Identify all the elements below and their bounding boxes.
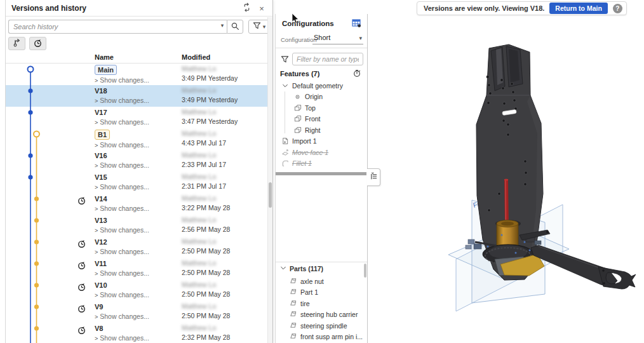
chevron-right-icon: > — [95, 227, 98, 234]
part-icon — [290, 321, 297, 330]
part-item[interactable]: front susp arm pin i... — [276, 332, 367, 343]
chevron-down-icon — [280, 265, 286, 272]
show-changes-link[interactable]: >Show changes... — [95, 313, 178, 320]
feature-tree: Default geometry Origin Top Front Right … — [276, 80, 367, 169]
chevron-right-icon: > — [95, 335, 98, 342]
modified-time: 2:50 PM May 28 — [182, 312, 267, 319]
feature-item-import-1[interactable]: Import 1 — [276, 136, 367, 147]
version-name: V18 — [95, 86, 178, 95]
show-changes-link[interactable]: >Show changes... — [95, 141, 178, 149]
origin-icon — [293, 93, 302, 101]
filter-button[interactable]: ▾ — [248, 20, 270, 34]
feature-item-top-plane[interactable]: Top — [276, 102, 367, 114]
history-view-toggles — [8, 37, 46, 50]
feature-item-default-geometry[interactable]: Default geometry — [276, 80, 367, 91]
import-icon — [281, 137, 289, 145]
steering-arm[interactable] — [531, 245, 636, 289]
divider — [276, 48, 367, 48]
search-input[interactable] — [8, 20, 227, 34]
branch-graph-toggle-button[interactable] — [8, 37, 25, 50]
search-button[interactable] — [227, 20, 243, 34]
version-row-v9[interactable]: V9 >Show changes... Matthew Lo 2:50 PM M… — [6, 301, 267, 323]
author-name: Matthew Lo — [182, 194, 267, 203]
chevron-right-icon: > — [95, 292, 98, 299]
author-name: Matthew Lo — [182, 302, 267, 311]
show-changes-link[interactable]: >Show changes... — [95, 76, 178, 84]
compare-versions-button[interactable] — [241, 3, 252, 14]
show-changes-link[interactable]: >Show changes... — [95, 248, 178, 255]
version-row-v8[interactable]: V8 >Show changes... Matthew Lo 2:32 PM M… — [6, 323, 267, 343]
feature-item-front-plane[interactable]: Front — [276, 114, 367, 125]
author-name: Matthew Lo — [182, 281, 267, 289]
version-row-v18[interactable]: V18 >Show changes... Matthew Lo 3:49 PM … — [6, 85, 267, 107]
scrollbar-thumb[interactable] — [269, 182, 272, 208]
divider — [276, 262, 367, 262]
configurations-header: Configurations — [282, 20, 334, 27]
modified-time: 2:33 PM Jul 17 — [182, 161, 267, 168]
version-row-v16[interactable]: V16 >Show changes... Matthew Lo 2:33 PM … — [6, 150, 267, 172]
version-row-v10[interactable]: V10 >Show changes... Matthew Lo 2:50 PM … — [6, 279, 267, 301]
part-item[interactable]: steering spindle — [276, 320, 367, 332]
version-name: V16 — [95, 151, 178, 160]
plane-icon — [293, 126, 302, 134]
part-item[interactable]: Part 1 — [276, 287, 367, 299]
show-changes-link[interactable]: >Show changes... — [95, 161, 178, 169]
show-changes-link[interactable]: >Show changes... — [95, 205, 178, 212]
configuration-table-button[interactable] — [351, 18, 362, 29]
chevron-down-icon: ▾ — [359, 36, 362, 41]
feature-item-right-plane[interactable]: Right — [276, 124, 367, 136]
plane-icon — [293, 115, 302, 123]
feature-item-origin[interactable]: Origin — [276, 91, 367, 103]
feature-filter-input[interactable] — [292, 53, 363, 65]
version-clock-icon — [77, 304, 86, 313]
chevron-right-icon: > — [95, 77, 98, 84]
show-changes-link[interactable]: >Show changes... — [95, 97, 178, 104]
author-name: Matthew Lo — [182, 86, 267, 95]
version-row-v14[interactable]: V14 >Show changes... Matthew Lo 3:22 PM … — [6, 193, 267, 215]
branch-icon — [13, 38, 22, 49]
branch-chip-main: Main — [95, 65, 117, 75]
chevron-right-icon: > — [95, 142, 98, 149]
model-viewport[interactable]: Right Front — [368, 0, 644, 343]
show-changes-link[interactable]: >Show changes... — [95, 269, 178, 277]
show-changes-link[interactable]: >Show changes... — [95, 118, 178, 126]
version-row-v13[interactable]: V13 >Show changes... Matthew Lo 2:56 PM … — [6, 215, 267, 236]
configuration-select[interactable]: Short ▾ — [312, 32, 363, 44]
chevron-down-icon[interactable]: ▾ — [221, 22, 224, 29]
versions-only-toggle-button[interactable] — [29, 37, 46, 50]
history-scrollbar[interactable] — [267, 17, 272, 343]
show-changes-link[interactable]: >Show changes... — [95, 291, 178, 299]
chevron-right-icon: > — [95, 184, 98, 191]
version-clock-icon — [77, 196, 86, 205]
version-row-main[interactable]: Main >Show changes... Matthew Lo 3:49 PM… — [6, 64, 267, 85]
version-name: V11 — [95, 259, 178, 268]
author-name: Matthew Lo — [182, 108, 267, 116]
author-name: Matthew Lo — [182, 65, 267, 73]
part-icon — [290, 299, 297, 308]
part-icon — [290, 310, 297, 319]
show-changes-link[interactable]: >Show changes... — [95, 226, 178, 234]
part-item[interactable]: axle nut — [276, 276, 367, 287]
version-row-v15[interactable]: V15 >Show changes... Matthew Lo 2:31 PM … — [6, 172, 267, 193]
chevron-right-icon: > — [95, 206, 98, 212]
feature-item-move-face-1[interactable]: Move face 1 — [276, 147, 367, 158]
close-panel-button[interactable]: × — [256, 3, 267, 14]
version-name: V12 — [95, 238, 178, 246]
version-row-v12[interactable]: V12 >Show changes... Matthew Lo 2:50 PM … — [6, 236, 267, 258]
rollback-bar[interactable] — [276, 172, 366, 175]
version-row-v17[interactable]: V17 >Show changes... Matthew Lo 3:47 PM … — [6, 107, 267, 128]
version-row-v11[interactable]: V11 >Show changes... Matthew Lo 2:50 PM … — [6, 258, 267, 279]
modified-time: 2:50 PM May 28 — [182, 247, 267, 255]
part-item[interactable]: tire — [276, 298, 367, 309]
show-changes-link[interactable]: >Show changes... — [95, 334, 178, 342]
chevron-down-icon: ▾ — [263, 24, 266, 30]
author-name: Matthew Lo — [182, 151, 267, 159]
parts-header[interactable]: Parts (117) — [280, 265, 323, 272]
show-changes-link[interactable]: >Show changes... — [95, 183, 178, 191]
version-name: V10 — [95, 281, 178, 290]
rollback-history-icon[interactable] — [352, 69, 361, 79]
version-row-b1[interactable]: B1 >Show changes... Matthew Lo 4:43 PM J… — [6, 128, 267, 150]
feature-item-fillet-1[interactable]: Fillet 1 — [276, 158, 367, 170]
parts-scrollbar-thumb[interactable] — [364, 264, 366, 278]
part-item[interactable]: steering hub carrier — [276, 309, 367, 321]
